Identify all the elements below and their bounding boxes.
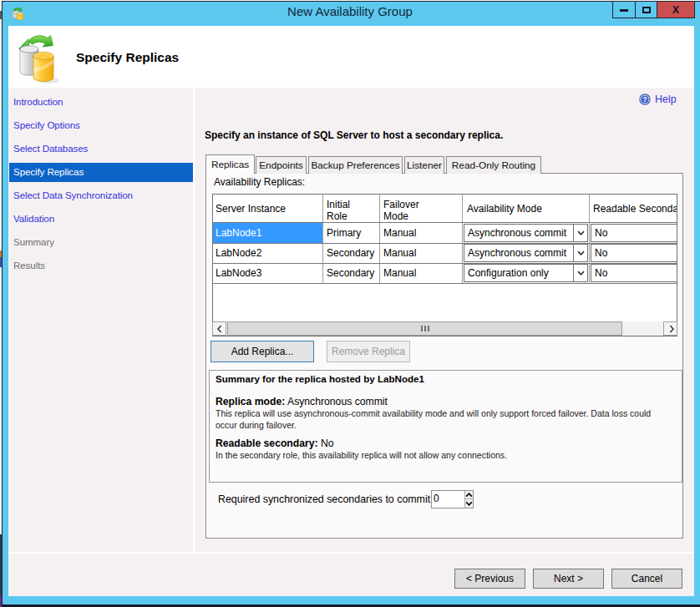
svg-text:?: ? [642, 95, 647, 104]
